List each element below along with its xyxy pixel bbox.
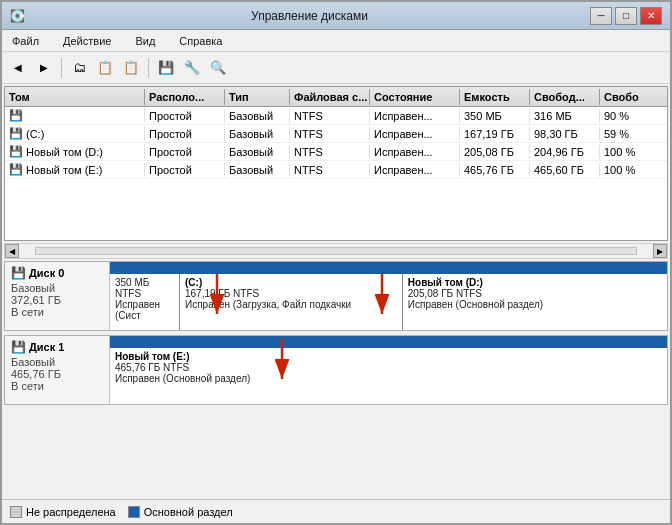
legend-primary-color bbox=[128, 506, 140, 518]
disk-1-row: 💾 Диск 1 Базовый 465,76 ГБ В сети Новый … bbox=[4, 335, 668, 405]
disk-1-icon: 💾 bbox=[11, 340, 26, 354]
col-free-pct[interactable]: Свобо bbox=[600, 89, 640, 105]
col-capacity[interactable]: Емкость bbox=[460, 89, 530, 105]
back-button[interactable]: ◀ bbox=[6, 56, 30, 80]
disk-0-part-0-status: Исправен (Сист bbox=[115, 299, 174, 321]
toolbar-btn-8[interactable]: 🔍 bbox=[206, 56, 230, 80]
disk-1-type: Базовый bbox=[11, 356, 103, 368]
col-fs[interactable]: Файловая с... bbox=[290, 89, 370, 105]
disk-0-partitions: 350 МБ NTFS Исправен (Сист (C:) 167,19 Г… bbox=[110, 262, 667, 330]
table-header: Том Располо... Тип Файловая с... Состоян… bbox=[5, 87, 667, 107]
disk-0-name: 💾 Диск 0 bbox=[11, 266, 103, 280]
disk-1-partitions: Новый том (E:) 465,76 ГБ NTFS Исправен (… bbox=[110, 336, 667, 404]
disk-0-part-0[interactable]: 350 МБ NTFS Исправен (Сист bbox=[110, 274, 180, 330]
col-rasp[interactable]: Располо... bbox=[145, 89, 225, 105]
title-bar: 💽 Управление дисками ─ □ ✕ bbox=[2, 2, 670, 30]
maximize-button[interactable]: □ bbox=[615, 7, 637, 25]
disk-0-status: В сети bbox=[11, 306, 103, 318]
window-title: Управление дисками bbox=[29, 9, 590, 23]
table-row[interactable]: 💾Новый том (E:) Простой Базовый NTFS Исп… bbox=[5, 161, 667, 179]
table-row[interactable]: 💾(C:) Простой Базовый NTFS Исправен... 1… bbox=[5, 125, 667, 143]
disk-icon: 💾 bbox=[11, 266, 26, 280]
disk-0-bar bbox=[110, 262, 667, 274]
legend-unallocated-color bbox=[10, 506, 22, 518]
col-free[interactable]: Свобод... bbox=[530, 89, 600, 105]
disk-1-part-0-fs: 465,76 ГБ NTFS bbox=[115, 362, 662, 373]
menu-action[interactable]: Действие bbox=[57, 33, 117, 49]
title-bar-icon: 💽 bbox=[10, 9, 25, 23]
disk-0-part-1-fs: 167,19 ГБ NTFS bbox=[185, 288, 397, 299]
title-buttons: ─ □ ✕ bbox=[590, 7, 662, 25]
toolbar: ◀ ▶ 🗂 📋 📋 💾 🔧 🔍 bbox=[2, 52, 670, 84]
toolbar-btn-5[interactable]: 📋 bbox=[119, 56, 143, 80]
disk-1-part-0-status: Исправен (Основной раздел) bbox=[115, 373, 662, 384]
table-body: 💾 Простой Базовый NTFS Исправен... 350 М… bbox=[5, 107, 667, 237]
forward-button[interactable]: ▶ bbox=[32, 56, 56, 80]
disk-0-size: 372,61 ГБ bbox=[11, 294, 103, 306]
disk-0-part-0-fs: 350 МБ NTFS bbox=[115, 277, 174, 299]
legend-unallocated: Не распределена bbox=[10, 506, 116, 518]
disk-0-part-2[interactable]: Новый том (D:) 205,08 ГБ NTFS Исправен (… bbox=[403, 274, 667, 330]
close-button[interactable]: ✕ bbox=[640, 7, 662, 25]
disk-1-status: В сети bbox=[11, 380, 103, 392]
disk-1-part-0-name: Новый том (E:) bbox=[115, 351, 662, 362]
menu-view[interactable]: Вид bbox=[129, 33, 161, 49]
col-tom[interactable]: Том bbox=[5, 89, 145, 105]
legend: Не распределена Основной раздел bbox=[2, 499, 670, 523]
main-window: 💽 Управление дисками ─ □ ✕ Файл Действие… bbox=[0, 0, 672, 525]
disk-1-size: 465,76 ГБ bbox=[11, 368, 103, 380]
legend-unallocated-label: Не распределена bbox=[26, 506, 116, 518]
scroll-left-btn[interactable]: ◀ bbox=[5, 244, 19, 258]
scroll-right-btn[interactable]: ▶ bbox=[653, 244, 667, 258]
disk-visual-area: 💾 Диск 0 Базовый 372,61 ГБ В сети 350 МБ… bbox=[2, 259, 670, 499]
disk-1-parts-row: Новый том (E:) 465,76 ГБ NTFS Исправен (… bbox=[110, 348, 667, 404]
disk-table: Том Располо... Тип Файловая с... Состоян… bbox=[4, 86, 668, 241]
disk-1-part-0[interactable]: Новый том (E:) 465,76 ГБ NTFS Исправен (… bbox=[110, 348, 667, 404]
toolbar-btn-6[interactable]: 💾 bbox=[154, 56, 178, 80]
menu-bar: Файл Действие Вид Справка bbox=[2, 30, 670, 52]
menu-help[interactable]: Справка bbox=[173, 33, 228, 49]
disk-0-row: 💾 Диск 0 Базовый 372,61 ГБ В сети 350 МБ… bbox=[4, 261, 668, 331]
table-row[interactable]: 💾 Простой Базовый NTFS Исправен... 350 М… bbox=[5, 107, 667, 125]
table-row[interactable]: 💾Новый том (D:) Простой Базовый NTFS Исп… bbox=[5, 143, 667, 161]
horizontal-scrollbar[interactable]: ◀ ▶ bbox=[4, 243, 668, 259]
col-status[interactable]: Состояние bbox=[370, 89, 460, 105]
disk-0-part-2-status: Исправен (Основной раздел) bbox=[408, 299, 662, 310]
toolbar-btn-7[interactable]: 🔧 bbox=[180, 56, 204, 80]
disk-0-part-1[interactable]: (C:) 167,19 ГБ NTFS Исправен (Загрузка, … bbox=[180, 274, 403, 330]
toolbar-btn-3[interactable]: 🗂 bbox=[67, 56, 91, 80]
menu-file[interactable]: Файл bbox=[6, 33, 45, 49]
toolbar-separator-1 bbox=[61, 58, 62, 78]
disk-0-type: Базовый bbox=[11, 282, 103, 294]
disk-0-parts-row: 350 МБ NTFS Исправен (Сист (C:) 167,19 Г… bbox=[110, 274, 667, 330]
toolbar-btn-4[interactable]: 📋 bbox=[93, 56, 117, 80]
legend-primary: Основной раздел bbox=[128, 506, 233, 518]
disk-0-part-2-fs: 205,08 ГБ NTFS bbox=[408, 288, 662, 299]
col-tip[interactable]: Тип bbox=[225, 89, 290, 105]
toolbar-separator-2 bbox=[148, 58, 149, 78]
scroll-track bbox=[35, 247, 637, 255]
minimize-button[interactable]: ─ bbox=[590, 7, 612, 25]
disk-1-name: 💾 Диск 1 bbox=[11, 340, 103, 354]
disk-1-bar bbox=[110, 336, 667, 348]
disk-0-part-1-name: (C:) bbox=[185, 277, 397, 288]
legend-primary-label: Основной раздел bbox=[144, 506, 233, 518]
disk-1-label: 💾 Диск 1 Базовый 465,76 ГБ В сети bbox=[5, 336, 110, 404]
disk-0-part-2-name: Новый том (D:) bbox=[408, 277, 662, 288]
disk-0-label: 💾 Диск 0 Базовый 372,61 ГБ В сети bbox=[5, 262, 110, 330]
disk-0-part-1-status: Исправен (Загрузка, Файл подкачки bbox=[185, 299, 397, 310]
